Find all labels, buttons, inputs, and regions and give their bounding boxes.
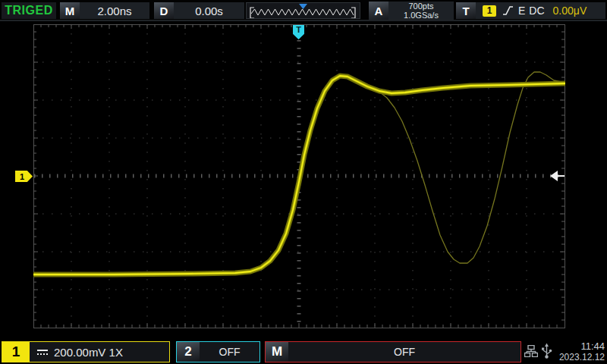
top-status-bar: TRIGED M 2.00ns D 0.00s A 700pts 1.0GSa/… [0,0,607,21]
trigger-panel[interactable]: T 1 E DC 0.00μV [456,2,605,19]
clock: 11:44 2023.12.12 [556,340,605,363]
acquire-points: 700pts [408,2,433,11]
channel1-box[interactable]: 1 200.00mV 1X [2,341,170,362]
clock-time: 11:44 [556,340,605,352]
channel1-number: 1 [2,342,30,362]
timebase-panel[interactable]: M 2.00ns [60,2,149,19]
channel2-box[interactable]: 2 OFF [176,341,260,362]
bottom-channel-bar: 1 200.00mV 1X 2 OFF M OFF 1 [0,340,607,364]
math-status: OFF [288,346,521,358]
preview-waveform-icon [247,3,360,18]
math-label: M [266,342,288,362]
delay-value: 0.00s [174,5,244,17]
acquire-badge: A [369,2,388,20]
channel2-number: 2 [177,342,200,362]
math-channel-box[interactable]: M OFF [265,341,521,362]
timebase-value: 2.00ns [80,5,149,17]
usb-icon [541,343,552,359]
dc-coupling-icon [36,348,49,356]
acquire-info: 700pts 1.0GSa/s [388,2,454,20]
channel1-position-marker[interactable]: 1 [15,171,33,182]
channel1-settings: 200.00mV 1X [30,346,123,359]
trigger-badge: T [456,2,476,19]
delay-badge: D [154,2,174,19]
trigger-coupling: DC [529,5,544,17]
graticule-waveform-display [33,24,565,328]
acquire-sample-rate: 1.0GSa/s [404,11,439,20]
trigger-status-indicator: TRIGED [2,2,56,19]
clock-date: 2023.12.12 [556,352,605,363]
timebase-badge: M [60,2,80,19]
trigger-type: E [518,5,525,17]
channel1-scale: 200.00mV 1X [54,346,123,359]
delay-panel[interactable]: D 0.00s [154,2,244,19]
rising-edge-icon [502,5,514,17]
trigger-source-chip: 1 [483,5,496,17]
trigger-level-value: 0.00μV [553,5,587,17]
acquire-panel[interactable]: A 700pts 1.0GSa/s [369,2,454,20]
horizontal-position-preview[interactable] [246,2,360,19]
channel2-status: OFF [200,346,259,358]
lan-icon [524,345,538,357]
trigger-level-arrow-icon[interactable] [549,170,565,183]
